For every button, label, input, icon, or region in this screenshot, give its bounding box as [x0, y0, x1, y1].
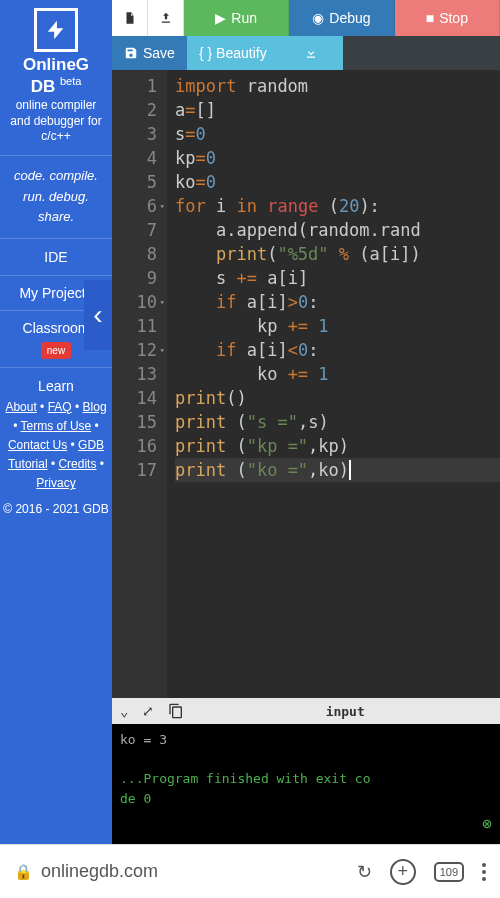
console-panel: ⌄ ⤢ input ko = 3 ...Program finished wit…: [112, 698, 500, 844]
stop-icon: ■: [426, 10, 434, 26]
code-area[interactable]: import randoma=[]s=0kp=0ko=0for i in ran…: [167, 70, 500, 698]
play-icon: ▶: [215, 10, 226, 26]
run-button[interactable]: ▶Run: [184, 0, 289, 36]
save-icon: [124, 46, 138, 60]
console-expand-icon[interactable]: ⤢: [142, 703, 154, 719]
console-header: ⌄ ⤢ input: [112, 698, 500, 724]
slogan: code. compile. run. debug. share.: [0, 155, 112, 239]
toolbar-secondary: Save { } Beautify: [112, 36, 500, 70]
console-title: input: [198, 704, 492, 719]
copyright: © 2016 - 2021 GDB: [0, 496, 112, 524]
browser-menu-icon[interactable]: [482, 863, 486, 881]
console-collapse-icon[interactable]: ⌄: [120, 703, 128, 719]
lock-icon: 🔒: [14, 863, 33, 881]
new-badge: new: [41, 342, 71, 359]
nav-learn[interactable]: Learn: [0, 368, 112, 396]
save-button[interactable]: Save: [112, 36, 187, 70]
toolbar-primary: ▶Run ◉Debug ■Stop: [112, 0, 500, 36]
address-bar[interactable]: 🔒 onlinegdb.com: [14, 861, 339, 882]
bolt-icon: [45, 19, 67, 41]
reload-icon[interactable]: ↻: [357, 861, 372, 883]
main: ▶Run ◉Debug ■Stop Save { } Beautify 1234…: [112, 0, 500, 844]
line-gutter: 1234567891011121314151617: [112, 70, 167, 698]
upload-icon: [159, 11, 173, 25]
footer-links[interactable]: About • FAQ • Blog • Terms of Use • Cont…: [0, 396, 112, 496]
tab-count[interactable]: 109: [434, 862, 464, 882]
download-button[interactable]: [279, 36, 343, 70]
new-tab-button[interactable]: +: [390, 859, 416, 885]
console-close-icon[interactable]: ⊗: [482, 812, 492, 836]
copy-icon[interactable]: [168, 703, 184, 719]
stop-button[interactable]: ■Stop: [395, 0, 500, 36]
code-editor[interactable]: 1234567891011121314151617 import randoma…: [112, 70, 500, 698]
upload-button[interactable]: [148, 0, 184, 36]
brand-title: OnlineG DB beta: [0, 56, 112, 96]
brand-tagline: online compiler and debugger for c/c++: [0, 96, 112, 155]
new-file-button[interactable]: [112, 0, 148, 36]
logo[interactable]: [0, 0, 112, 56]
beautify-button[interactable]: { } Beautify: [187, 36, 279, 70]
file-icon: [123, 11, 137, 25]
download-icon: [304, 46, 318, 60]
sidebar: OnlineG DB beta online compiler and debu…: [0, 0, 112, 844]
console-output[interactable]: ko = 3 ...Program finished with exit co …: [112, 724, 500, 844]
target-icon: ◉: [312, 10, 324, 26]
nav-ide[interactable]: IDE: [0, 239, 112, 276]
browser-bar: 🔒 onlinegdb.com ↻ + 109: [0, 844, 500, 898]
collapse-sidebar-button[interactable]: [84, 280, 112, 350]
url-text: onlinegdb.com: [41, 861, 158, 882]
debug-button[interactable]: ◉Debug: [289, 0, 394, 36]
